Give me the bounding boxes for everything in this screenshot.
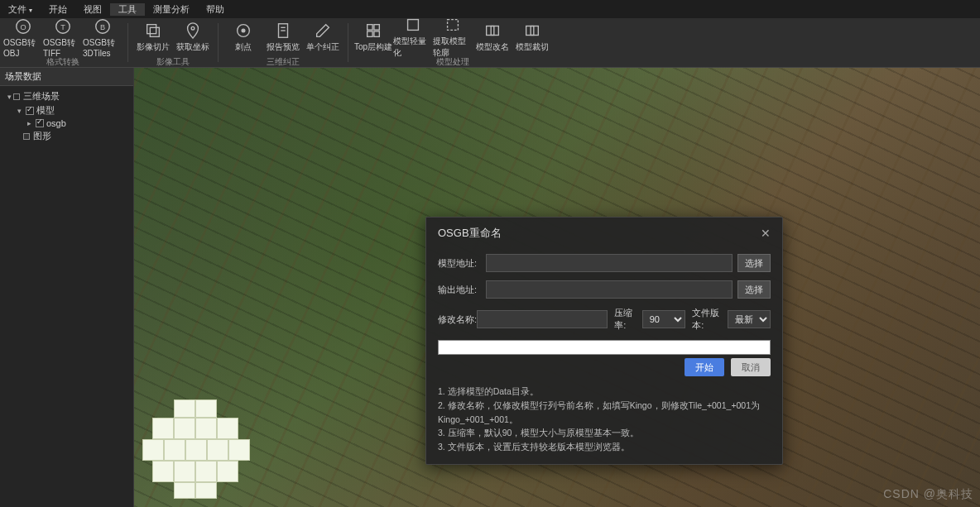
progress-bar bbox=[438, 340, 771, 355]
svg-rect-6 bbox=[147, 25, 156, 34]
svg-rect-18 bbox=[408, 20, 419, 31]
tree-root[interactable]: ▾三维场景 bbox=[2, 89, 132, 103]
circle-b-icon: B bbox=[94, 17, 112, 36]
input-rename[interactable] bbox=[477, 310, 608, 328]
svg-point-10 bbox=[242, 29, 245, 32]
checkbox-icon[interactable] bbox=[26, 107, 34, 115]
layers-icon bbox=[144, 22, 162, 40]
svg-rect-19 bbox=[448, 20, 459, 31]
rb-top-build[interactable]: Top层构建 bbox=[353, 18, 393, 56]
tree-osgb[interactable]: ▸osgb bbox=[2, 117, 132, 129]
label-model-addr: 模型地址: bbox=[438, 257, 486, 270]
menu-help[interactable]: 帮助 bbox=[198, 3, 233, 16]
chevron-right-icon[interactable]: ▸ bbox=[25, 119, 33, 127]
select-fileversion[interactable]: 最新 bbox=[728, 310, 771, 328]
edit-icon bbox=[314, 22, 332, 40]
pin-icon bbox=[184, 22, 202, 40]
svg-rect-16 bbox=[368, 31, 372, 36]
cube-icon bbox=[404, 16, 422, 34]
svg-rect-7 bbox=[150, 27, 159, 36]
menu-start[interactable]: 开始 bbox=[41, 3, 75, 16]
rb-extract-contour[interactable]: 提取模型轮廓 bbox=[433, 18, 473, 56]
menu-view[interactable]: 视图 bbox=[75, 3, 110, 16]
btn-select-output[interactable]: 选择 bbox=[737, 280, 771, 299]
rb-model-rename[interactable]: 模型改名 bbox=[473, 18, 512, 56]
chevron-down-icon[interactable]: ▾ bbox=[15, 107, 23, 115]
btn-select-model[interactable]: 选择 bbox=[737, 254, 771, 272]
box-icon bbox=[13, 93, 20, 100]
circle-o-icon: O bbox=[14, 17, 32, 36]
svg-rect-23 bbox=[531, 26, 538, 36]
outline-icon bbox=[444, 16, 462, 34]
menu-bar: 文件 ▾ 开始 视图 工具 测量分析 帮助 bbox=[0, 0, 980, 18]
btn-start[interactable]: 开始 bbox=[685, 358, 724, 376]
target-icon bbox=[234, 22, 252, 40]
rb-report-preview[interactable]: 报告预览 bbox=[263, 18, 303, 56]
svg-rect-17 bbox=[374, 31, 379, 36]
label-rename: 修改名称: bbox=[438, 313, 477, 326]
label-compress: 压缩率: bbox=[614, 307, 638, 332]
select-compress[interactable]: 90 bbox=[642, 310, 685, 328]
dialog-title: OSGB重命名 bbox=[438, 226, 502, 241]
crop-icon bbox=[523, 22, 541, 40]
menu-tools[interactable]: 工具 bbox=[110, 3, 145, 16]
ribbon: OOSGB转OBJ TOSGB转TIFF BOSGB转3DTiles 格式转换 … bbox=[0, 18, 980, 68]
viewport-3d[interactable]: CSDN @奥科技 OSGB重命名 ✕ 模型地址: 选择 输出地址: 选择 修改 bbox=[134, 68, 980, 507]
rb-image-slice[interactable]: 影像切片 bbox=[133, 18, 173, 56]
rb-tie-point[interactable]: 刺点 bbox=[223, 18, 263, 56]
svg-rect-15 bbox=[374, 25, 379, 30]
rb-get-coords[interactable]: 获取坐标 bbox=[173, 18, 213, 56]
svg-text:T: T bbox=[60, 22, 65, 31]
rb-model-lite[interactable]: 模型轻量化 bbox=[393, 18, 433, 56]
rb-osgb-to-3dtiles[interactable]: BOSGB转3DTiles bbox=[83, 18, 122, 56]
rb-osgb-to-obj[interactable]: OOSGB转OBJ bbox=[3, 18, 43, 56]
rb-model-crop[interactable]: 模型裁切 bbox=[512, 18, 552, 56]
watermark: CSDN @奥科技 bbox=[883, 487, 973, 502]
dialog-notes: 1. 选择模型的Data目录。 2. 修改名称，仅修改模型行列号前名称，如填写K… bbox=[438, 385, 771, 454]
scene-tree: ▾三维场景 ▾模型 ▸osgb 图形 bbox=[0, 86, 133, 146]
checkbox-icon[interactable] bbox=[36, 119, 44, 127]
btn-cancel[interactable]: 取消 bbox=[731, 358, 771, 376]
ribbon-group-label: 影像工具 bbox=[156, 56, 190, 68]
label-fileversion: 文件版本: bbox=[692, 307, 723, 332]
svg-rect-21 bbox=[491, 26, 498, 36]
input-model-addr[interactable] bbox=[486, 254, 733, 272]
rename-icon bbox=[483, 22, 502, 40]
menu-measure[interactable]: 测量分析 bbox=[145, 3, 198, 16]
panel-title: 场景数据 bbox=[0, 68, 133, 86]
label-output-addr: 输出地址: bbox=[438, 284, 486, 296]
tree-shape[interactable]: 图形 bbox=[2, 129, 132, 143]
input-output-addr[interactable] bbox=[486, 280, 733, 299]
tree-model[interactable]: ▾模型 bbox=[2, 103, 132, 117]
svg-text:B: B bbox=[100, 22, 105, 31]
document-icon bbox=[274, 22, 292, 40]
minimap[interactable] bbox=[142, 399, 250, 499]
close-icon[interactable]: ✕ bbox=[761, 227, 771, 240]
ribbon-group-label: 格式转换 bbox=[46, 56, 79, 68]
circle-t-icon: T bbox=[54, 17, 72, 36]
grid-icon bbox=[364, 22, 382, 40]
ribbon-group-label: 三维纠正 bbox=[267, 56, 300, 68]
svg-rect-22 bbox=[526, 26, 534, 36]
box-icon bbox=[23, 133, 30, 140]
svg-text:O: O bbox=[20, 22, 26, 31]
osgb-rename-dialog: OSGB重命名 ✕ 模型地址: 选择 输出地址: 选择 修改名称: 压缩率: bbox=[425, 217, 783, 465]
menu-file[interactable]: 文件 ▾ bbox=[0, 3, 41, 16]
rb-single-rectify[interactable]: 单个纠正 bbox=[303, 18, 343, 56]
svg-rect-14 bbox=[368, 25, 372, 30]
svg-point-8 bbox=[191, 26, 195, 30]
ribbon-group-label: 模型处理 bbox=[436, 56, 469, 68]
sidebar: 场景数据 ▾三维场景 ▾模型 ▸osgb 图形 bbox=[0, 68, 134, 507]
rb-osgb-to-tiff[interactable]: TOSGB转TIFF bbox=[43, 18, 83, 56]
chevron-down-icon[interactable]: ▾ bbox=[5, 93, 13, 101]
svg-rect-20 bbox=[487, 26, 494, 36]
